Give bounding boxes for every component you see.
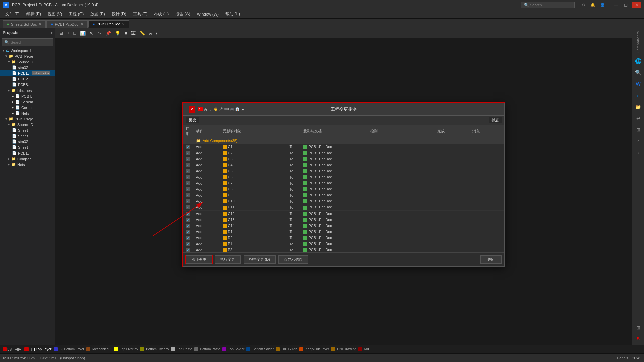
row-checkbox-3[interactable]	[186, 163, 190, 167]
row-checkbox-7[interactable]	[186, 187, 190, 191]
row-checkbox-16[interactable]	[186, 242, 190, 246]
tab-sheet2[interactable]: ■ Sheet2.SchDoc ✕	[3, 20, 46, 28]
tab-close-pcb1-active[interactable]: ✕	[122, 22, 125, 26]
row-checkbox-0[interactable]	[186, 145, 190, 149]
row-checkbox-14[interactable]	[186, 230, 190, 234]
s-icon[interactable]: S	[634, 334, 643, 343]
sidebar-item-stm32-1[interactable]: 📄 stm32	[0, 65, 55, 70]
undo-rp-icon[interactable]: ↩	[634, 114, 643, 123]
sidebar-item-pcb2[interactable]: 📄 PCB2.	[0, 76, 55, 82]
settings-icon[interactable]: ⚙	[580, 2, 588, 8]
layers-icon[interactable]: ⊞	[634, 125, 643, 134]
status-top-solder[interactable]: Top Solder	[228, 347, 245, 351]
chart-tool[interactable]: 📊	[79, 30, 87, 36]
sidebar-search-input[interactable]	[11, 40, 51, 44]
menu-report[interactable]: 报告 (A)	[173, 11, 193, 18]
sidebar-search[interactable]: 🔍	[2, 38, 53, 46]
status-bottom-layer[interactable]: [2] Bottom Layer	[60, 347, 84, 351]
row-checkbox-5[interactable]	[186, 175, 190, 179]
row-checkbox-10[interactable]	[186, 205, 190, 209]
status-bottom-paste[interactable]: Bottom Paste	[200, 347, 220, 351]
sidebar-item-pcbproj2[interactable]: ▾ 📁 PCB_Proje	[0, 116, 55, 122]
status-drill-drawing[interactable]: Drill Drawing	[337, 347, 356, 351]
titlebar-search[interactable]: 🔍 Search	[521, 2, 575, 8]
row-checkbox-17[interactable]	[186, 248, 190, 252]
close-button[interactable]: ✕	[632, 2, 641, 8]
notification-icon[interactable]: 🔔	[588, 2, 597, 8]
sidebar-chevron[interactable]: ▾	[51, 31, 52, 35]
folder-rp-icon[interactable]: 📁	[634, 102, 643, 112]
tab-close-sheet2[interactable]: ✕	[39, 22, 41, 26]
sidebar-item-sheet2[interactable]: 📄 Sheet	[0, 133, 55, 139]
menu-help[interactable]: 帮助 (H)	[223, 11, 243, 18]
search-rp-icon[interactable]: 🔍	[634, 68, 643, 77]
word-icon[interactable]: W	[634, 79, 643, 89]
sidebar-item-schem[interactable]: ▸ 📄 Schem	[0, 99, 55, 105]
menu-window[interactable]: Window (W)	[194, 11, 221, 17]
chevron-right-icon[interactable]: ›	[634, 148, 643, 157]
sidebar-item-sheet1[interactable]: 📄 Sheet	[0, 127, 55, 133]
menu-view[interactable]: 视图 (V)	[45, 11, 65, 18]
image-tool[interactable]: 🖼	[130, 30, 137, 36]
edge-icon[interactable]: e	[634, 91, 643, 100]
status-drill-guide[interactable]: Drill Guide	[282, 347, 298, 351]
dialog-close-button[interactable]: 关闭	[480, 255, 502, 264]
line-tool[interactable]: /	[155, 30, 159, 36]
chrome-icon[interactable]: 🌐	[634, 57, 643, 66]
tab-close-pcb1-first[interactable]: ✕	[80, 22, 83, 26]
execute-changes-button[interactable]: 执行变更	[215, 255, 241, 264]
cursor-tool[interactable]: ↖	[88, 30, 95, 36]
row-checkbox-12[interactable]	[186, 218, 190, 222]
status-top-layer[interactable]: [1] Top Layer	[31, 347, 51, 351]
menu-project[interactable]: 工程 (C)	[66, 11, 86, 18]
sidebar-item-compor2[interactable]: ▸ 📁 Compor	[0, 156, 55, 162]
row-checkbox-8[interactable]	[186, 193, 190, 197]
status-top-overlay[interactable]: Top Overlay	[120, 347, 138, 351]
lamp-tool[interactable]: 💡	[114, 30, 122, 36]
sidebar-item-workspace[interactable]: ▾ 🗂 Workspace1	[0, 48, 55, 53]
pin-tool[interactable]: 📌	[104, 30, 112, 36]
menu-route[interactable]: 布线 (U)	[151, 11, 171, 18]
sidebar-item-sheet3[interactable]: 📄 Sheet	[0, 144, 55, 150]
grid-rp-icon[interactable]: ⊞	[634, 323, 643, 333]
status-mu[interactable]: Mu	[364, 347, 369, 351]
sidebar-item-pcbproj1[interactable]: ▾ 📁 PCB_Proje	[0, 53, 55, 59]
sidebar-item-pcb1-2[interactable]: 📄 PCB1.	[0, 150, 55, 156]
filter-tool[interactable]: ⊟	[58, 30, 64, 36]
add-tool[interactable]: +	[66, 30, 71, 36]
sidebar-item-stm32-2[interactable]: 📄 stm32	[0, 139, 55, 144]
user-icon[interactable]: 👤	[598, 2, 607, 8]
status-keepout[interactable]: Keep-Out Layer	[305, 347, 329, 351]
sidebar-item-nets1[interactable]: ▸ 📄 Nets	[0, 110, 55, 116]
sidebar-item-pcb3[interactable]: 📄 PCB3.	[0, 82, 55, 87]
menu-place[interactable]: 放置 (P)	[88, 11, 107, 18]
sidebar-item-libraries[interactable]: ▸ 📁 Libraries	[0, 87, 55, 93]
sidebar-item-source-d2[interactable]: ▾ 📁 Source D	[0, 122, 55, 127]
measure-tool[interactable]: 📏	[138, 30, 146, 36]
row-checkbox-6[interactable]	[186, 181, 190, 185]
row-checkbox-15[interactable]	[186, 236, 190, 240]
tab-pcb1-first[interactable]: ■ PCB1.PcbDoc ✕	[46, 20, 87, 28]
show-errors-button[interactable]: 仅显示错误	[278, 255, 308, 264]
menu-design[interactable]: 设计 (D)	[109, 11, 129, 18]
validate-changes-button[interactable]: 验证变更	[186, 255, 212, 264]
select-tool[interactable]: □	[72, 30, 78, 36]
wire-tool[interactable]: 〜	[96, 29, 103, 37]
dialog-close-top[interactable]: ×	[189, 106, 195, 113]
sidebar-item-nets2[interactable]: ▸ 📁 Nets	[0, 162, 55, 167]
row-checkbox-9[interactable]	[186, 199, 190, 203]
minimize-button[interactable]: ─	[612, 2, 620, 8]
menu-edit[interactable]: 编辑 (E)	[24, 11, 44, 18]
tab-pcb1-active[interactable]: ■ PCB1.PcbDoc ✕	[88, 20, 129, 28]
sidebar-item-compor1[interactable]: ▸ 📄 Compor	[0, 105, 55, 110]
status-mechanical[interactable]: Mechanical 1	[92, 347, 112, 351]
status-bottom-solder[interactable]: Bottom Solder	[252, 347, 273, 351]
status-bottom-overlay[interactable]: Bottom Overlay	[146, 347, 169, 351]
row-checkbox-1[interactable]	[186, 151, 190, 155]
text-tool[interactable]: A	[148, 30, 153, 36]
chevron-left-icon[interactable]: ‹	[634, 136, 643, 146]
row-checkbox-11[interactable]	[186, 212, 190, 216]
status-top-paste[interactable]: Top Paste	[177, 347, 192, 351]
row-checkbox-4[interactable]	[186, 169, 190, 173]
report-changes-button[interactable]: 报告变更 (D)	[244, 255, 276, 264]
